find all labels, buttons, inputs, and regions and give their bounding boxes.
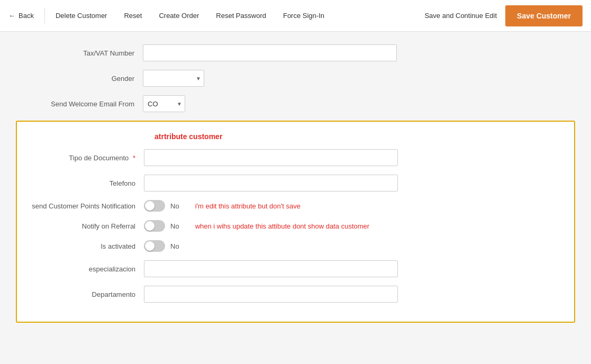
notify-referral-toggle[interactable] xyxy=(144,220,165,232)
attribute-section: atrtribute customer Tipo de Documento * … xyxy=(16,121,575,323)
send-points-row: send Customer Points Notification No i'm… xyxy=(17,200,574,212)
gender-select-wrap: Male Female Not Specified ▼ xyxy=(143,70,204,87)
telefono-label: Telefono xyxy=(17,179,144,187)
tipo-doc-required-star: * xyxy=(133,154,135,162)
tipo-doc-input[interactable] xyxy=(144,149,398,166)
create-order-button[interactable]: Create Order xyxy=(150,0,207,32)
tax-vat-label: Tax/VAT Number xyxy=(16,49,143,57)
especializacion-row: especializacion xyxy=(17,260,574,277)
tax-vat-row: Tax/VAT Number xyxy=(16,44,575,61)
back-arrow-icon: ← xyxy=(8,12,15,20)
is-activated-toggle-wrap: No xyxy=(144,240,179,252)
send-points-annotation: i'm edit this attribute but don't save xyxy=(195,202,301,210)
gender-row: Gender Male Female Not Specified ▼ xyxy=(16,70,575,87)
send-points-no-label: No xyxy=(170,202,179,210)
force-signin-button[interactable]: Force Sign-In xyxy=(275,0,333,32)
send-points-label: send Customer Points Notification xyxy=(17,202,144,210)
delete-customer-button[interactable]: Delete Customer xyxy=(47,0,116,32)
notify-referral-no-label: No xyxy=(170,222,179,230)
especializacion-input[interactable] xyxy=(144,260,398,277)
reset-password-button[interactable]: Reset Password xyxy=(207,0,275,32)
telefono-input[interactable] xyxy=(144,175,398,192)
attribute-section-title: atrtribute customer xyxy=(154,132,574,141)
is-activated-row: Is activated No xyxy=(17,240,574,252)
back-label: Back xyxy=(19,12,34,20)
send-welcome-label: Send Welcome Email From xyxy=(16,100,143,108)
notify-referral-label: Notify on Referral xyxy=(17,222,144,230)
is-activated-label: Is activated xyxy=(17,242,144,250)
departamento-row: Departamento xyxy=(17,286,574,303)
reset-button[interactable]: Reset xyxy=(115,0,150,32)
send-points-toggle-wrap: No i'm edit this attribute but don't sav… xyxy=(144,200,301,212)
departamento-input[interactable] xyxy=(144,286,398,303)
notify-referral-toggle-wrap: No when i wihs update this attibute dont… xyxy=(144,220,369,232)
notify-referral-row: Notify on Referral No when i wihs update… xyxy=(17,220,574,232)
tax-vat-input[interactable] xyxy=(143,44,397,61)
is-activated-toggle[interactable] xyxy=(144,240,165,252)
especializacion-label: especializacion xyxy=(17,265,144,273)
tipo-doc-row: Tipo de Documento * xyxy=(17,149,574,166)
gender-select[interactable]: Male Female Not Specified xyxy=(143,70,204,87)
main-content: Tax/VAT Number Gender Male Female Not Sp… xyxy=(0,32,591,364)
send-welcome-select-wrap: CO Default Other ▼ xyxy=(143,95,185,112)
tipo-doc-label: Tipo de Documento * xyxy=(17,154,144,162)
save-continue-edit-button[interactable]: Save and Continue Edit xyxy=(416,0,505,32)
toolbar: ← Back Delete Customer Reset Create Orde… xyxy=(0,0,591,32)
is-activated-no-label: No xyxy=(170,242,179,250)
notify-referral-annotation: when i wihs update this attibute dont sh… xyxy=(195,222,370,230)
send-points-toggle[interactable] xyxy=(144,200,165,212)
toolbar-divider xyxy=(44,8,45,24)
back-button[interactable]: ← Back xyxy=(8,12,42,20)
telefono-row: Telefono xyxy=(17,175,574,192)
send-welcome-row: Send Welcome Email From CO Default Other… xyxy=(16,95,575,112)
send-welcome-select[interactable]: CO Default Other xyxy=(143,95,185,112)
gender-label: Gender xyxy=(16,75,143,83)
departamento-label: Departamento xyxy=(17,290,144,298)
save-customer-button[interactable]: Save Customer xyxy=(505,5,583,26)
